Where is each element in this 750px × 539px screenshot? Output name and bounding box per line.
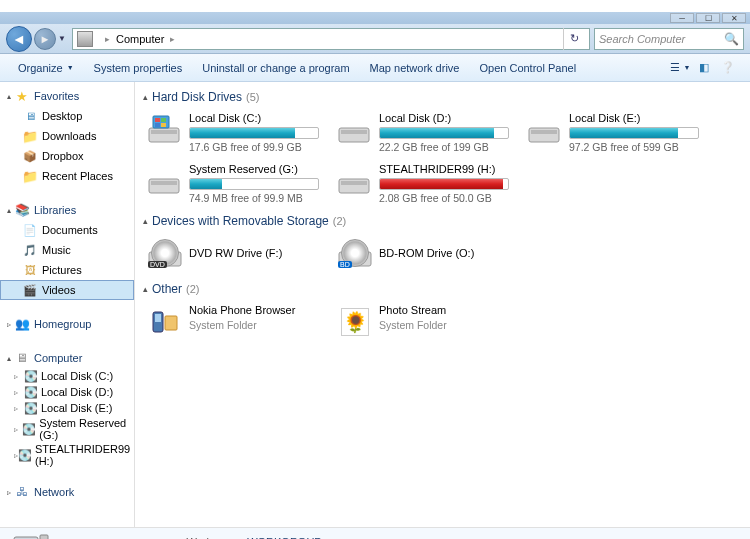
documents-icon: 📄 [22,222,38,238]
folder-type: System Folder [189,319,329,331]
drive-name: STEALTHRIDER99 (H:) [379,163,519,175]
sidebar-item-desktop[interactable]: 🖥Desktop [0,106,134,126]
sidebar-item-documents[interactable]: 📄Documents [0,220,134,240]
collapse-icon[interactable]: ▴ [4,354,14,363]
minimize-button[interactable]: ─ [670,13,694,23]
collapse-icon[interactable]: ▴ [143,216,148,226]
other-section-header[interactable]: ▴ Other (2) [143,282,742,296]
expand-icon[interactable]: ▹ [4,488,14,497]
close-button[interactable]: ✕ [722,13,746,23]
details-pane: ETACARINAE-PC Workgroup:WORKGROUP Proces… [0,527,750,539]
free-space-text: 17.6 GB free of 99.9 GB [189,141,329,153]
svg-rect-19 [165,316,177,330]
capacity-bar [189,127,319,139]
svg-rect-14 [341,181,367,185]
breadcrumb-location[interactable]: Computer [116,33,164,45]
hdd-icon [147,163,183,199]
favorites-group[interactable]: ▴ ★ Favorites [0,86,134,106]
sidebar-item-pictures[interactable]: 🖼Pictures [0,260,134,280]
folder-item[interactable]: 🌻 Photo Stream System Folder [333,300,523,344]
sidebar-drive-d[interactable]: ▹💽Local Disk (D:) [0,384,134,400]
hdd-icon [337,112,373,148]
sidebar-item-downloads[interactable]: 📁Downloads [0,126,134,146]
sidebar-drive-c[interactable]: ▹💽Local Disk (C:) [0,368,134,384]
forward-button[interactable]: ► [34,28,56,50]
libraries-icon: 📚 [14,202,30,218]
organize-menu[interactable]: Organize▼ [8,54,84,81]
history-dropdown[interactable]: ▼ [56,28,68,50]
sidebar-item-dropbox[interactable]: 📦Dropbox [0,146,134,166]
svg-rect-1 [151,130,177,134]
maximize-button[interactable]: ☐ [696,13,720,23]
refresh-button[interactable]: ↻ [563,28,585,50]
sidebar-item-music[interactable]: 🎵Music [0,240,134,260]
back-button[interactable]: ◄ [6,26,32,52]
sidebar-drive-e[interactable]: ▹💽Local Disk (E:) [0,400,134,416]
collapse-icon[interactable]: ▴ [4,92,14,101]
control-panel-button[interactable]: Open Control Panel [469,54,586,81]
free-space-text: 74.9 MB free of 99.9 MB [189,192,329,204]
folder-type: System Folder [379,319,519,331]
svg-rect-6 [161,123,166,127]
network-item[interactable]: ▹ 🖧 Network [0,482,134,502]
search-box[interactable]: Search Computer 🔍 [594,28,744,50]
removable-section-header[interactable]: ▴ Devices with Removable Storage (2) [143,214,742,228]
svg-rect-10 [531,130,557,134]
optical-drive-icon: BD [337,236,373,272]
hdd-icon [337,163,373,199]
folder-icon: 📁 [22,128,38,144]
collapse-icon[interactable]: ▴ [143,284,148,294]
computer-icon [10,532,50,540]
collapse-icon[interactable]: ▴ [143,92,148,102]
libraries-group[interactable]: ▴ 📚 Libraries [0,200,134,220]
pictures-icon: 🖼 [22,262,38,278]
music-icon: 🎵 [22,242,38,258]
sidebar-drive-h[interactable]: ▹💽STEALTHRIDER99 (H:) [0,442,134,468]
system-properties-button[interactable]: System properties [84,54,193,81]
content-pane: ▴ Hard Disk Drives (5) Local Disk (C:) 1… [135,82,750,527]
drive-item[interactable]: System Reserved (G:) 74.9 MB free of 99.… [143,159,333,208]
drive-name: BD-ROM Drive (O:) [379,247,474,259]
videos-icon: 🎬 [22,282,38,298]
photo-stream-icon: 🌻 [341,308,369,336]
breadcrumb-sep[interactable]: ▸ [170,34,175,44]
help-button[interactable]: ❔ [718,59,738,77]
svg-rect-3 [155,118,160,122]
folder-name: Photo Stream [379,304,519,316]
drive-item[interactable]: BD BD-ROM Drive (O:) [333,232,523,276]
preview-pane-button[interactable]: ◧ [694,59,714,77]
sidebar-item-recent[interactable]: 📁Recent Places [0,166,134,186]
view-menu[interactable]: ☰▼ [670,59,690,77]
drive-item[interactable]: Local Disk (E:) 97.2 GB free of 599 GB [523,108,713,157]
sidebar-item-videos[interactable]: 🎬Videos [0,280,134,300]
favorites-icon: ★ [14,88,30,104]
svg-rect-18 [155,314,161,322]
expand-icon[interactable]: ▹ [4,320,14,329]
drive-item[interactable]: DVD DVD RW Drive (F:) [143,232,333,276]
drive-icon: 💽 [24,369,38,383]
computer-group[interactable]: ▴ 🖥 Computer [0,348,134,368]
uninstall-button[interactable]: Uninstall or change a program [192,54,359,81]
sidebar-drive-g[interactable]: ▹💽System Reserved (G:) [0,416,134,442]
recent-icon: 📁 [22,168,38,184]
hdd-section-header[interactable]: ▴ Hard Disk Drives (5) [143,90,742,104]
svg-rect-12 [151,181,177,185]
desktop-icon: 🖥 [22,108,38,124]
capacity-bar [569,127,699,139]
search-icon: 🔍 [724,32,739,46]
homegroup-item[interactable]: ▹ 👥 Homegroup [0,314,134,334]
free-space-text: 97.2 GB free of 599 GB [569,141,709,153]
svg-rect-22 [40,535,48,540]
folder-item[interactable]: Nokia Phone Browser System Folder [143,300,333,344]
free-space-text: 22.2 GB free of 199 GB [379,141,519,153]
network-icon: 🖧 [14,484,30,500]
drive-item[interactable]: Local Disk (C:) 17.6 GB free of 99.9 GB [143,108,333,157]
collapse-icon[interactable]: ▴ [4,206,14,215]
drive-name: System Reserved (G:) [189,163,329,175]
svg-rect-5 [155,123,160,127]
computer-icon [77,31,93,47]
map-drive-button[interactable]: Map network drive [360,54,470,81]
drive-item[interactable]: Local Disk (D:) 22.2 GB free of 199 GB [333,108,523,157]
address-bar[interactable]: ▸ Computer ▸ ↻ [72,28,590,50]
drive-item[interactable]: STEALTHRIDER99 (H:) 2.08 GB free of 50.0… [333,159,523,208]
